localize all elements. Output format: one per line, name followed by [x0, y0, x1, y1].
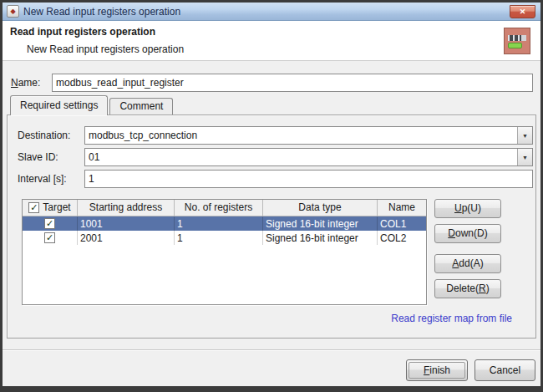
table-header-row: ✓ Target Starting address No. of registe…: [23, 200, 426, 216]
slave-id-select[interactable]: 01 ▼: [84, 148, 533, 166]
delete-button[interactable]: Delete(R): [434, 279, 501, 298]
chevron-down-icon[interactable]: ▼: [517, 127, 532, 144]
close-button[interactable]: ✕: [510, 5, 535, 18]
title-bar[interactable]: ◆ New Read input registers operation ✕: [3, 3, 540, 21]
finish-button[interactable]: Finish: [406, 359, 468, 381]
add-button[interactable]: Add(A): [434, 254, 501, 273]
tab-required-settings[interactable]: Required settings: [10, 95, 108, 115]
dialog-window: ◆ New Read input registers operation ✕ R…: [0, 0, 543, 392]
app-icon: ◆: [7, 5, 19, 18]
no-of-registers-column-header: No. of registers: [175, 200, 263, 216]
target-checkbox[interactable]: ✓: [44, 232, 55, 243]
page-title: Read input registers operation: [10, 26, 155, 38]
interval-label: Interval [s]:: [18, 170, 67, 188]
name-column-header: Name: [378, 200, 426, 216]
starting-address-column-header: Starting address: [78, 200, 175, 216]
read-register-map-link[interactable]: Read register map from file: [391, 313, 512, 324]
dialog-header: Read input registers operation New Read …: [3, 21, 540, 61]
tab-comment[interactable]: Comment: [109, 98, 173, 115]
data-type-column-header: Data type: [263, 200, 378, 216]
chevron-down-icon[interactable]: ▼: [517, 149, 532, 165]
register-table: ✓ Target Starting address No. of registe…: [22, 199, 427, 305]
dialog-body: Name: Required settings Comment Destinat…: [3, 61, 540, 386]
destination-label: Destination:: [18, 126, 70, 145]
close-icon: ✕: [520, 8, 526, 16]
name-label: Name:: [11, 74, 40, 92]
page-subtitle: New Read input registers operation: [27, 43, 184, 55]
table-row[interactable]: ✓ 1001 1 Signed 16-bit integer COL1: [23, 216, 426, 231]
destination-select[interactable]: modbus_tcp_connection ▼: [84, 126, 533, 145]
up-button[interactable]: Up(U): [434, 199, 501, 218]
footer-separator: [3, 349, 540, 351]
tab-bar: Required settings Comment: [10, 95, 173, 115]
slave-id-label: Slave ID:: [18, 148, 58, 166]
name-input[interactable]: [52, 74, 533, 92]
cancel-button[interactable]: Cancel: [474, 359, 535, 381]
select-all-checkbox[interactable]: ✓: [28, 202, 39, 213]
required-settings-panel: Destination: modbus_tcp_connection ▼ Sla…: [7, 115, 536, 339]
target-column-header: ✓ Target: [23, 200, 78, 216]
interval-input[interactable]: [84, 170, 533, 188]
register-icon: [504, 28, 530, 54]
table-row[interactable]: ✓ 2001 1 Signed 16-bit integer COL2: [23, 231, 426, 245]
window-title: New Read input registers operation: [23, 6, 180, 18]
target-checkbox[interactable]: ✓: [44, 218, 55, 229]
down-button[interactable]: Down(D): [434, 224, 501, 243]
